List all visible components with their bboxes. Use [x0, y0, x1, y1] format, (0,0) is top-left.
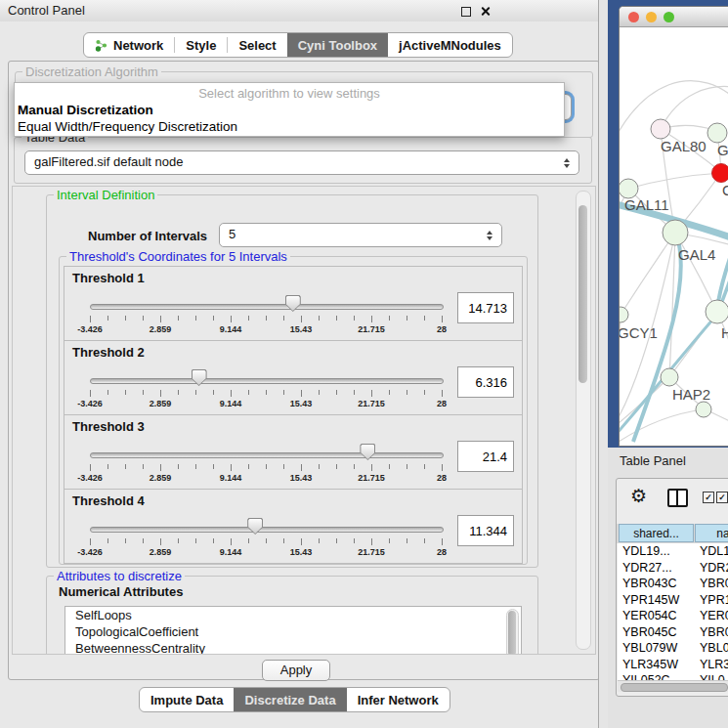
column-header[interactable]: na [695, 524, 728, 542]
zoom-traffic-light-icon[interactable] [664, 12, 674, 22]
gear-icon[interactable]: ⚙ [630, 487, 647, 506]
cell-shared-name: YBR043C [622, 576, 693, 592]
column-header[interactable]: shared... [619, 524, 694, 542]
tab-label: Select [238, 38, 276, 53]
dropdown-option[interactable]: Equal Width/Frequency Discretization [15, 118, 564, 135]
checkbox-icon[interactable]: ✓ [703, 492, 714, 503]
tab-impute-data[interactable]: Impute Data [140, 688, 234, 711]
node-H-node[interactable] [706, 300, 728, 323]
table-hscrollbar[interactable] [618, 680, 728, 692]
slider-tick [354, 390, 355, 395]
table-row[interactable]: YBR043CYBR0 [618, 576, 728, 592]
tab-infer-network[interactable]: Infer Network [347, 688, 450, 711]
table-row[interactable]: YER054CYER0 [618, 608, 728, 624]
slider-track[interactable] [90, 378, 444, 384]
close-icon[interactable] [480, 6, 491, 17]
settings-scrollbar[interactable] [576, 191, 591, 650]
network-canvas[interactable]: GAL80GACGAL11GAL4GCY1HHAP2 [620, 27, 728, 446]
slider-tick [283, 464, 284, 469]
threshold-slider[interactable]: -3.4262.8599.14415.4321.71528 [90, 517, 442, 560]
node-top-right-node[interactable] [707, 123, 727, 143]
threshold-slider[interactable]: -3.4262.8599.14415.4321.71528 [90, 443, 442, 486]
threshold-value-field[interactable]: 21.4 [457, 441, 514, 472]
table-row[interactable]: YDR27...YDR2 [618, 560, 728, 577]
slider-track[interactable] [90, 527, 444, 533]
table-rows: YDL19...YDL1YDR27...YDR2YBR043CYBR0YPR14… [618, 543, 728, 680]
threshold-value-field[interactable]: 6.316 [457, 366, 514, 398]
slider-tick [213, 464, 214, 469]
cell-shared-name: YER054C [622, 608, 693, 624]
float-window-icon[interactable] [461, 7, 471, 17]
threshold-panel: Threshold 3-3.4262.8599.14415.4321.71528… [64, 414, 523, 490]
table-header-row: shared...na [617, 524, 728, 543]
cell-name: YIL0 [700, 672, 728, 680]
close-traffic-light-icon[interactable] [628, 12, 639, 22]
slider-tick [178, 464, 179, 469]
table-row[interactable]: YBL079WYBL0 [618, 640, 728, 657]
tab-cyni-toolbox[interactable]: Cyni Toolbox [287, 33, 388, 57]
threshold-slider[interactable]: -3.4262.8599.14415.4321.71528 [90, 368, 442, 411]
dropdown-option[interactable]: Manual Discretization [15, 102, 564, 118]
slider-tick [90, 538, 91, 545]
num-intervals-label: Number of Intervals [88, 229, 207, 243]
threshold-value-field[interactable]: 14.713 [457, 292, 514, 323]
slider-tick [143, 390, 144, 395]
table-row[interactable]: YLR345WYLR3 [618, 657, 728, 673]
attribute-list-item[interactable]: TopologicalCoefficient [65, 623, 521, 640]
table-row[interactable]: YDL19...YDL1 [618, 543, 728, 560]
node-GCY1-node[interactable] [620, 307, 628, 322]
tab-network[interactable]: Network [84, 33, 174, 57]
node-label: GAL4 [678, 246, 715, 263]
threshold-slider[interactable]: -3.4262.8599.14415.4321.71528 [90, 294, 442, 337]
slider-tick [424, 538, 425, 543]
table-row[interactable]: YIL052CYIL0 [618, 672, 728, 680]
slider-tick [336, 316, 337, 321]
slider-tick-label: 28 [437, 324, 447, 334]
tab-select[interactable]: Select [228, 33, 286, 57]
threshold-value-field[interactable]: 11.344 [457, 515, 514, 546]
node-GAL4-node[interactable] [663, 220, 688, 245]
column-layout-icon[interactable] [667, 489, 688, 507]
network-window-titlebar[interactable] [620, 7, 728, 27]
minimize-traffic-light-icon[interactable] [646, 12, 657, 22]
node-GAL11-node[interactable] [620, 179, 638, 198]
slider-tick [160, 316, 161, 322]
slider-tick [107, 538, 108, 543]
list-scrollbar[interactable] [506, 609, 519, 655]
slider-tick-label: 2.859 [150, 547, 172, 557]
slider-tick [231, 390, 232, 397]
cell-shared-name: YBR045C [622, 624, 693, 641]
attribute-list-item[interactable]: BetweennessCentrality [65, 640, 521, 655]
numerical-attributes-list[interactable]: SelfLoopsTopologicalCoefficientBetweenne… [64, 606, 522, 655]
slider-tick-label: -3.426 [77, 547, 103, 557]
tab-jactivemnodules[interactable]: jActiveMNodules [388, 33, 512, 57]
node-bottom-partial-node[interactable] [696, 402, 711, 417]
node-HAP2-node[interactable] [661, 368, 678, 386]
slider-track[interactable] [90, 304, 444, 310]
combobox-arrows-icon [487, 231, 493, 240]
tab-label: Infer Network [358, 693, 439, 707]
table-row[interactable]: YBR045CYBR0 [618, 624, 728, 641]
network-view-window[interactable]: GAL80GACGAL11GAL4GCY1HHAP2 [619, 6, 728, 447]
slider-tick-label: 21.715 [358, 547, 385, 557]
tab-discretize-data[interactable]: Discretize Data [234, 688, 346, 711]
table-data-combobox[interactable]: galFiltered.sif default node [24, 150, 579, 175]
tab-style[interactable]: Style [175, 33, 227, 57]
slider-tick [424, 464, 425, 469]
attribute-list-item[interactable]: SelfLoops [65, 607, 521, 623]
slider-tick [442, 538, 443, 545]
apply-button[interactable]: Apply [262, 660, 330, 681]
checkbox-icon[interactable]: ✓ [716, 492, 728, 503]
slider-tick [266, 390, 267, 395]
node-red-node[interactable] [712, 164, 728, 183]
slider-tick [371, 538, 372, 545]
table-data-group: Table Data galFiltered.sif default node [14, 137, 592, 184]
slider-tick [424, 316, 425, 321]
slider-tick [231, 464, 232, 471]
slider-tick [195, 390, 196, 395]
num-intervals-combobox[interactable]: 5 [219, 223, 502, 247]
node-GAL80-node[interactable] [651, 119, 670, 139]
table-panel-title: Table Panel [620, 453, 686, 468]
slider-track[interactable] [90, 452, 444, 458]
table-row[interactable]: YPR145WYPR1 [618, 592, 728, 609]
